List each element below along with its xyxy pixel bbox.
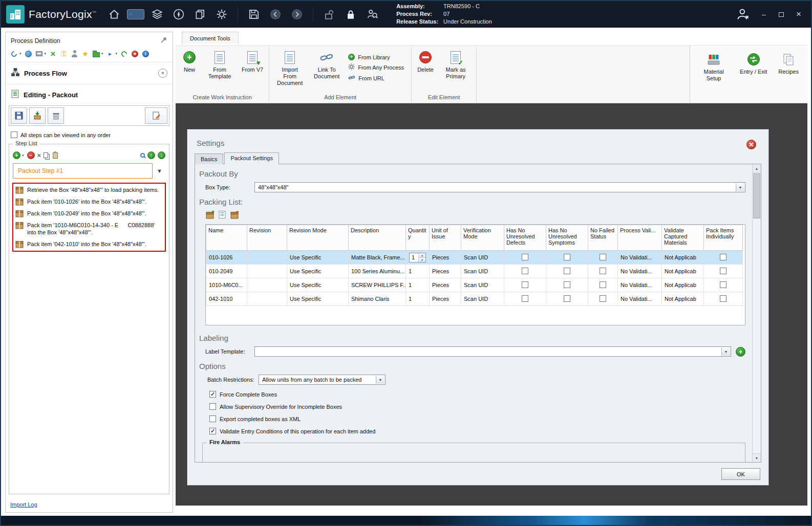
remove-step-icon[interactable]: − [27,151,35,159]
from-template-button[interactable]: From Template [201,48,238,82]
logout-user-icon[interactable] [734,6,752,23]
checkbox[interactable] [522,254,528,260]
table-row[interactable]: 1010-M6C0... Use Specific SCREW PHILLIPS… [206,278,743,292]
remove-box-item-icon[interactable] [230,210,239,221]
dialog-scrollbar[interactable]: ▲ ▼ [752,164,761,462]
zoom-step-icon[interactable] [140,153,145,158]
validate-entry-checkbox[interactable] [209,428,216,434]
from-v7-button[interactable]: ▾ From V7 [238,48,267,76]
from-any-process-button[interactable]: From Any Process [348,63,404,71]
chevron-down-icon[interactable]: ▼ [376,376,384,384]
checkbox[interactable] [720,268,726,274]
col-revision[interactable]: Revision [247,225,287,251]
step-item[interactable]: Retrieve the Box '48"x48"x48"' to load p… [15,186,163,194]
checkbox[interactable] [720,295,726,302]
scroll-down-icon[interactable]: ▼ [753,453,761,462]
stop-icon[interactable]: ● [131,50,139,58]
web-icon[interactable] [24,50,33,58]
folder-icon[interactable] [92,50,100,58]
force-complete-checkbox[interactable] [209,391,216,398]
spin-down-icon[interactable]: ▼ [419,258,425,262]
save-icon[interactable] [245,6,263,23]
col-revision-mode[interactable]: Revision Mode [287,225,349,251]
col-quantity[interactable]: Quantity [406,225,430,251]
checkbox[interactable] [720,254,726,260]
material-setup-button[interactable]: Material Setup [695,50,732,84]
documents-icon[interactable] [191,6,209,23]
forward-icon[interactable] [288,6,306,23]
from-url-button[interactable]: From URL [348,74,404,82]
navigator-icon[interactable] [170,6,187,23]
back-icon[interactable] [267,6,284,23]
chevron-down-icon[interactable]: ▼ [736,183,744,191]
step-item[interactable]: Pack item '010-1026' into the Box '48"x4… [15,198,163,206]
add-step-icon[interactable]: + [13,151,20,159]
export-xml-checkbox[interactable] [209,415,216,422]
import-log-link[interactable]: Import Log [10,501,37,508]
link-to-document-button[interactable]: Link To Document [308,48,345,82]
any-order-checkbox[interactable] [11,132,17,138]
delete-element-button[interactable]: Delete [414,48,437,76]
cut-icon[interactable]: ✕ [49,50,57,58]
entry-exit-button[interactable]: Entry / Exit [736,50,771,78]
tab-basics[interactable]: Basics [195,154,223,164]
checkbox[interactable] [600,254,606,260]
checkbox[interactable] [600,295,606,302]
refresh-icon[interactable] [10,50,18,58]
home-icon[interactable] [105,6,123,23]
table-row[interactable]: 042-1010 Use Specific Shimano Claris 1 P… [206,292,743,306]
ok-button[interactable]: OK [721,468,760,480]
col-validate-captured-materials[interactable]: Validate Captured Materials [662,225,704,251]
dialog-close-icon[interactable]: ✕ [746,140,756,149]
tab-document-tools[interactable]: Document Tools [182,32,239,44]
col-has-no-unresolved-defects[interactable]: Has No Unresolved Defects [504,225,546,251]
unlock-icon[interactable] [320,6,338,23]
print-icon[interactable] [35,50,44,58]
deploy-icon[interactable]: ▸ [106,50,115,58]
from-library-button[interactable]: + From Library [348,54,404,60]
table-row[interactable]: 010-1026 Use Specific Matte Black, Frame… [206,251,743,265]
checkbox[interactable] [564,254,570,260]
collapse-icon[interactable]: ▼ [158,69,167,78]
checkbox[interactable] [600,268,606,274]
delete-step-button[interactable] [48,107,64,124]
favorite-star-icon[interactable]: ★ [81,50,90,58]
import-from-document-button[interactable]: Import From Document [271,48,308,90]
tab-packout-settings[interactable]: Packout Settings [224,152,279,164]
quantity-spinner[interactable]: 1▲▼ [409,253,426,262]
work-instructions-icon[interactable] [127,9,144,19]
checkbox[interactable] [522,295,528,302]
save-step-button[interactable] [11,107,27,124]
add-label-template-icon[interactable]: + [736,347,745,357]
selected-step-field[interactable]: Packout Step #1 [13,163,153,179]
col-description[interactable]: Description [349,225,406,251]
col-verification-mode[interactable]: Verification Mode [461,225,504,251]
user-icon[interactable] [70,50,79,58]
minimize-button[interactable]: – [757,8,771,20]
process-layers-icon[interactable] [148,6,166,23]
maximize-button[interactable] [774,8,788,20]
import-step-button[interactable] [29,107,46,124]
paste-step-icon[interactable] [53,152,58,159]
col-unit-of-issue[interactable]: Unit of Issue [430,225,461,251]
box-type-select[interactable]: 48"x48"x48" ▼ [254,182,745,192]
step-dropdown-icon[interactable]: ▼ [157,168,165,174]
spin-up-icon[interactable]: ▲ [419,253,425,258]
step-item[interactable]: Pack item '010-2049' into the Box '48"x4… [15,210,163,217]
batch-restrictions-select[interactable]: Allow units from any batch to be packed … [259,375,386,385]
checkbox[interactable] [522,281,528,288]
pin-icon[interactable] [160,36,167,45]
move-step-up-icon[interactable]: ↑ [147,151,155,159]
cut-step-icon[interactable]: × [37,152,41,159]
scroll-thumb[interactable] [753,173,760,218]
key-icon[interactable]: ⚿ [59,50,68,58]
col-pack-items-individually[interactable]: Pack Items Individually [704,225,743,251]
table-row[interactable]: 010-2049 Use Specific 100 Series Aluminu… [206,265,743,278]
checkbox[interactable] [720,281,726,288]
chevron-down-icon[interactable]: ▼ [721,347,730,356]
step-item[interactable]: Pack item '042-1010' into the Box '48"x4… [15,240,163,248]
lock-icon[interactable] [342,6,359,23]
recipes-button[interactable]: Recipes [775,50,802,78]
label-template-select[interactable]: ▼ [254,346,731,357]
copy-step-icon[interactable] [44,152,48,158]
